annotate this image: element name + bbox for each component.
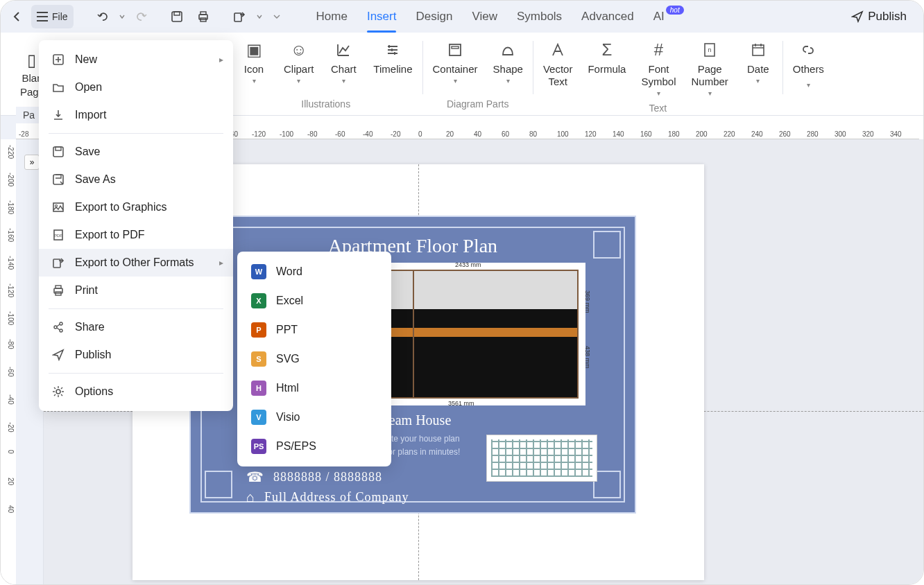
menu-label: Export to PDF	[75, 229, 144, 241]
file-menu-options[interactable]: Options	[39, 378, 233, 405]
tab-view[interactable]: View	[472, 1, 497, 33]
ruler-tick: 40	[474, 130, 481, 138]
undo-button[interactable]	[92, 5, 114, 28]
ruler-tick: -180	[7, 200, 15, 214]
corner-ornament-icon	[205, 471, 232, 498]
ruler-tick: -80	[7, 339, 15, 349]
svg-rect-10	[753, 45, 764, 55]
vector-text-icon	[549, 40, 566, 60]
save-quick-button[interactable]	[165, 5, 189, 28]
menu-label: Save	[75, 146, 100, 158]
tab-advanced[interactable]: Advanced	[581, 1, 634, 33]
file-menu-button[interactable]: File	[31, 5, 74, 28]
svg-rect-0	[172, 12, 182, 21]
ribbon-container[interactable]: Container▾	[431, 37, 479, 87]
export-excel[interactable]: XExcel	[237, 286, 391, 315]
ribbon-page-number[interactable]: nPage Number▾	[690, 37, 730, 100]
page-tab-label[interactable]: Pa	[16, 107, 42, 123]
tab-design[interactable]: Design	[416, 1, 452, 33]
ruler-tick: -120	[252, 130, 266, 138]
export-quick-button[interactable]	[228, 5, 251, 28]
ribbon-clipart[interactable]: ☺Clipart▾	[282, 37, 315, 87]
folder-icon	[51, 80, 65, 94]
file-menu-exportgraphics[interactable]: Export to Graphics	[39, 193, 233, 221]
ruler-tick: -60	[335, 130, 345, 138]
ribbon-date[interactable]: Date▾	[742, 37, 774, 87]
topbar: File Home Insert Design View Symbols Adv…	[1, 1, 923, 33]
shape-icon	[500, 40, 515, 60]
picture-icon	[51, 200, 65, 214]
file-menu-publish[interactable]: Publish	[39, 341, 233, 369]
file-menu-exportpdf[interactable]: PDFExport to PDF	[39, 221, 233, 249]
ruler-tick: -20	[7, 422, 15, 432]
print-icon	[51, 283, 65, 297]
svg-text:PDF: PDF	[54, 234, 62, 238]
ruler-tick: -160	[7, 228, 15, 242]
ribbon-vector-text[interactable]: Vector Text	[542, 37, 574, 91]
ruler-tick: 20	[7, 478, 15, 485]
sigma-icon: Σ	[602, 40, 613, 60]
file-menu-saveas[interactable]: Save As	[39, 166, 233, 193]
export-ppt[interactable]: PPPT	[237, 315, 391, 344]
svg-point-25	[60, 329, 62, 332]
ruler-vertical: -220-200-180-160-140-120-100-80-60-40-20…	[1, 139, 16, 584]
ribbon-timeline[interactable]: Timeline	[372, 37, 413, 78]
more-quick-button[interactable]	[268, 5, 286, 28]
back-button[interactable]	[6, 5, 28, 28]
menu-label: Open	[75, 81, 102, 94]
ribbon-shape[interactable]: Shape▾	[492, 37, 524, 87]
print-quick-button[interactable]	[191, 5, 215, 28]
file-menu-import[interactable]: Import	[39, 101, 233, 129]
ruler-tick: 0	[7, 450, 15, 454]
page-number-icon: n	[702, 40, 717, 60]
menu-label: Save As	[75, 173, 116, 186]
undo-dropdown[interactable]	[117, 5, 128, 28]
export-quick-dropdown[interactable]	[254, 5, 265, 28]
save-icon	[51, 145, 65, 159]
expand-panel-button[interactable]: »	[24, 155, 40, 170]
ribbon-others[interactable]: Others▾	[792, 37, 825, 91]
export-svg[interactable]: SSVG	[237, 344, 391, 374]
excel-icon: X	[251, 293, 266, 308]
ribbon-group-text: Vector Text ΣFormula #Font Symbol▾ nPage…	[533, 37, 782, 115]
ruler-tick: 40	[7, 505, 15, 513]
tab-home[interactable]: Home	[316, 1, 348, 33]
publish-button[interactable]: Publish	[840, 10, 918, 24]
blank-page-icon: ▯	[27, 51, 36, 70]
ribbon-chart[interactable]: Chart▾	[327, 37, 359, 87]
ribbon-icon[interactable]: ▣Icon▾	[238, 37, 270, 87]
file-menu-new[interactable]: New▸	[39, 46, 233, 73]
ruler-tick: -140	[7, 256, 15, 270]
tab-symbols[interactable]: Symbols	[517, 1, 562, 33]
corner-ornament-icon	[593, 471, 621, 498]
share-icon	[51, 320, 65, 334]
redo-button[interactable]	[130, 5, 153, 28]
chevron-right-icon: ▸	[219, 55, 223, 64]
export-pseps[interactable]: PSPS/EPS	[237, 432, 391, 461]
file-menu-share[interactable]: Share	[39, 313, 233, 341]
file-menu-open[interactable]: Open	[39, 73, 233, 101]
file-menu-print[interactable]: Print	[39, 277, 233, 304]
ruler-tick: 140	[613, 130, 624, 138]
ruler-tick: 280	[807, 130, 819, 138]
ribbon-formula[interactable]: ΣFormula	[586, 37, 627, 78]
hash-icon: #	[654, 40, 663, 60]
svg-rect-7	[452, 46, 459, 49]
ribbon-font-symbol[interactable]: #Font Symbol▾	[640, 37, 677, 100]
export-html[interactable]: HHtml	[237, 374, 391, 403]
chart-icon	[336, 40, 351, 60]
file-menu-exportother[interactable]: Export to Other Formats▸	[39, 249, 233, 277]
ruler-tick: 300	[835, 130, 846, 138]
file-menu-save[interactable]: Save	[39, 138, 233, 166]
export-word[interactable]: WWord	[237, 257, 391, 286]
corner-ornament-icon	[593, 231, 621, 259]
file-menu-label: File	[52, 11, 68, 22]
export-visio[interactable]: VVisio	[237, 403, 391, 432]
send-icon	[51, 348, 65, 362]
tab-insert[interactable]: Insert	[367, 1, 397, 33]
tab-ai[interactable]: AIhot	[653, 1, 684, 33]
svg-rect-3	[200, 12, 206, 15]
ruler-tick: 260	[779, 130, 791, 138]
star-icon: ▣	[246, 40, 262, 60]
ruler-tick: 60	[502, 130, 509, 138]
